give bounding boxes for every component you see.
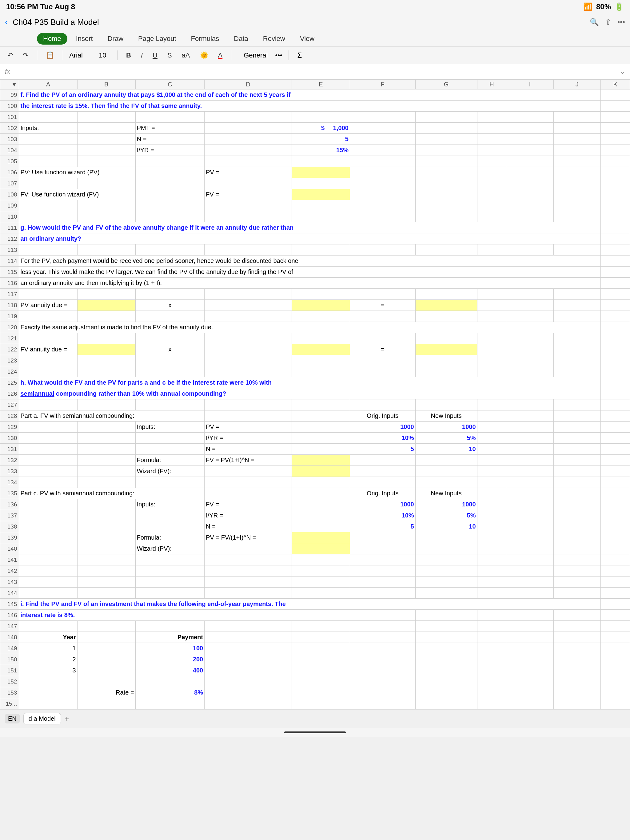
cell-138-f[interactable]: 5 xyxy=(350,521,415,532)
cell-108-k[interactable] xyxy=(601,189,630,200)
cell-99-k[interactable] xyxy=(601,90,630,101)
cell-109-k[interactable] xyxy=(601,200,630,211)
cell-110-d[interactable] xyxy=(204,211,292,222)
cell-136-f[interactable]: 1000 xyxy=(350,499,415,510)
cell-133-b[interactable] xyxy=(77,466,135,477)
cell-111-a[interactable]: g. How would the PV and FV of the above … xyxy=(19,222,601,234)
cell-117-b[interactable] xyxy=(77,289,135,300)
cell-106-c[interactable] xyxy=(135,167,204,178)
cell-135-d[interactable] xyxy=(204,488,292,499)
cell-153-a[interactable] xyxy=(19,687,77,698)
cell-104-g[interactable] xyxy=(415,145,477,156)
cell-148-c[interactable]: Payment xyxy=(135,632,204,643)
cell-137-g[interactable]: 5% xyxy=(415,510,477,521)
cell-114-a[interactable]: For the PV, each payment would be receiv… xyxy=(19,256,601,267)
cell-122-d[interactable] xyxy=(204,344,292,355)
cell-110-b[interactable] xyxy=(77,211,135,222)
cell-115-a[interactable]: less year. This would make the PV larger… xyxy=(19,267,601,278)
cell-107-j[interactable] xyxy=(553,178,601,189)
cell-140-c[interactable]: Wizard (PV): xyxy=(135,543,204,554)
cell-119-b[interactable] xyxy=(77,311,135,322)
cell-128-f[interactable]: Orig. Inputs xyxy=(350,411,415,422)
cell-128-g[interactable]: New Inputs xyxy=(415,411,477,422)
cell-109-f[interactable] xyxy=(350,200,415,211)
cell-108-e[interactable] xyxy=(291,189,350,200)
cell-104-i[interactable] xyxy=(507,145,554,156)
cell-138-d[interactable]: N = xyxy=(204,521,292,532)
cell-132-g[interactable] xyxy=(415,455,477,466)
paste-icon[interactable]: 📋 xyxy=(43,50,57,61)
cell-101-d[interactable] xyxy=(204,112,292,123)
cell-101-b[interactable] xyxy=(77,112,135,123)
cell-102-a[interactable]: Inputs: xyxy=(19,123,77,134)
cell-113-g[interactable] xyxy=(415,245,477,256)
cell-105-a[interactable] xyxy=(19,156,77,167)
cell-102-i[interactable] xyxy=(507,123,554,134)
text-size-button[interactable]: aA xyxy=(179,50,193,61)
cell-133-f[interactable] xyxy=(350,466,415,477)
cell-151-c[interactable]: 400 xyxy=(135,665,204,676)
cell-131-b[interactable] xyxy=(77,444,135,455)
col-header-i[interactable]: I xyxy=(507,80,554,90)
cell-138-b[interactable] xyxy=(77,521,135,532)
cell-128-e[interactable] xyxy=(291,411,350,422)
cell-121-k[interactable] xyxy=(601,333,630,344)
more-options-icon[interactable]: ••• xyxy=(617,18,625,27)
cell-117-d[interactable] xyxy=(204,289,292,300)
cell-129-e[interactable] xyxy=(291,422,350,433)
cell-133-e[interactable] xyxy=(291,466,350,477)
cell-132-a[interactable] xyxy=(19,455,77,466)
cell-139-d[interactable]: PV = FV/(1+I)^N = xyxy=(204,532,292,543)
cell-121-a[interactable] xyxy=(19,333,77,344)
cell-107-h[interactable] xyxy=(477,178,507,189)
cell-121-d[interactable] xyxy=(204,333,292,344)
cell-139-g[interactable] xyxy=(415,532,477,543)
add-sheet-button[interactable]: + xyxy=(65,714,69,723)
cell-122-j[interactable] xyxy=(553,344,601,355)
cell-113-b[interactable] xyxy=(77,245,135,256)
cell-112-a[interactable]: an ordinary annuity? xyxy=(19,234,601,245)
cell-125-a[interactable]: h. What would the FV and the PV for part… xyxy=(19,377,601,388)
cell-153-b[interactable]: Rate = xyxy=(77,687,135,698)
cell-130-f[interactable]: 10% xyxy=(350,433,415,444)
cell-104-a[interactable] xyxy=(19,145,77,156)
cell-132-d[interactable]: FV = PV(1+I)^N = xyxy=(204,455,292,466)
cell-117-g[interactable] xyxy=(415,289,477,300)
cell-103-e[interactable]: 5 xyxy=(291,134,350,145)
cell-123-a[interactable] xyxy=(19,355,77,366)
cell-125-k[interactable] xyxy=(601,377,630,388)
cell-106-g[interactable] xyxy=(415,167,477,178)
cell-106-j[interactable] xyxy=(553,167,601,178)
cell-109-i[interactable] xyxy=(507,200,554,211)
cell-139-e[interactable] xyxy=(291,532,350,543)
cell-102-k[interactable] xyxy=(601,123,630,134)
cell-127-a[interactable] xyxy=(19,399,77,411)
cell-102-f[interactable] xyxy=(350,123,415,134)
col-header-a[interactable]: A xyxy=(19,80,77,90)
cell-121-b[interactable] xyxy=(77,333,135,344)
cell-106-a[interactable]: PV: Use function wizard (PV) xyxy=(19,167,135,178)
cell-128-d[interactable] xyxy=(204,411,292,422)
cell-107-g[interactable] xyxy=(415,178,477,189)
number-format[interactable]: General xyxy=(244,51,268,59)
cell-102-d[interactable] xyxy=(204,123,292,134)
cell-110-a[interactable] xyxy=(19,211,77,222)
cell-148-b[interactable] xyxy=(77,632,135,643)
cell-117-j[interactable] xyxy=(553,289,601,300)
col-header-h[interactable]: H xyxy=(477,80,507,90)
cell-107-i[interactable] xyxy=(507,178,554,189)
cell-121-i[interactable] xyxy=(507,333,554,344)
cell-145-a[interactable]: i. Find the PV and FV of an investment t… xyxy=(19,598,601,610)
format-more-button[interactable]: ••• xyxy=(275,51,282,59)
cell-121-h[interactable] xyxy=(477,333,507,344)
cell-131-c[interactable] xyxy=(135,444,204,455)
cell-113-c[interactable] xyxy=(135,245,204,256)
cell-136-e[interactable] xyxy=(291,499,350,510)
cell-108-g[interactable] xyxy=(415,189,477,200)
cell-117-f[interactable] xyxy=(350,289,415,300)
cell-128-a[interactable]: Part a. FV with semiannual compounding: xyxy=(19,411,204,422)
cell-122-i[interactable] xyxy=(507,344,554,355)
cell-105-f[interactable] xyxy=(350,156,415,167)
cell-104-c[interactable]: I/YR = xyxy=(135,145,204,156)
cell-132-f[interactable] xyxy=(350,455,415,466)
